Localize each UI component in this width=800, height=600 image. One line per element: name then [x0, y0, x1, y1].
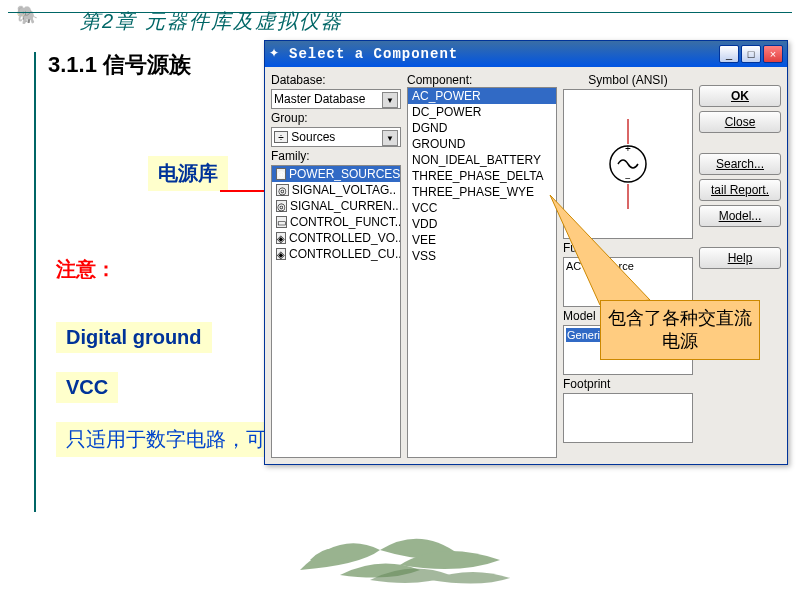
ctrl-v-icon: ◈ — [276, 232, 286, 244]
signal-c-icon: ◎ — [276, 200, 287, 212]
digital-ground-label: Digital ground — [56, 322, 212, 353]
symbol-label: Symbol (ANSI) — [563, 73, 693, 87]
signal-v-icon: ◎ — [276, 184, 289, 196]
list-item: THREE_PHASE_DELTA — [408, 168, 556, 184]
detail-button[interactable]: tail Report. — [699, 179, 781, 201]
svg-text:+: + — [625, 143, 631, 154]
list-item: NON_IDEAL_BATTERY — [408, 152, 556, 168]
component-label: Component: — [407, 73, 557, 87]
callout-box: 包含了各种交直流电源 — [600, 300, 760, 360]
minimize-button[interactable]: _ — [719, 45, 739, 63]
power-lib-label: 电源库 — [148, 156, 228, 191]
dialog-title: Select a Component — [289, 46, 719, 62]
model-button[interactable]: Model... — [699, 205, 781, 227]
header-divider — [8, 12, 792, 13]
database-dropdown[interactable]: Master Database — [271, 89, 401, 109]
list-item: AC_POWER — [408, 88, 556, 104]
component-dialog: ✦ Select a Component _ □ × Database: Mas… — [264, 40, 788, 465]
list-item: VSS — [408, 248, 556, 264]
app-icon: ✦ — [269, 46, 285, 62]
ctrl-c-icon: ◈ — [276, 248, 286, 260]
sources-icon: ÷ — [274, 131, 288, 143]
list-item: ⊕POWER_SOURCES — [272, 166, 400, 182]
list-item: ◎SIGNAL_VOLTAG.. — [272, 182, 400, 198]
ac-source-symbol: + − — [603, 114, 653, 214]
power-icon: ⊕ — [276, 168, 286, 180]
section-title: 3.1.1 信号源族 — [48, 50, 191, 80]
list-item: VDD — [408, 216, 556, 232]
bamboo-decoration — [280, 510, 520, 590]
list-item: ◈CONTROLLED_VO.. — [272, 230, 400, 246]
list-item: GROUND — [408, 136, 556, 152]
group-label: Group: — [271, 111, 401, 125]
symbol-preview: + − — [563, 89, 693, 239]
list-item: DGND — [408, 120, 556, 136]
titlebar[interactable]: ✦ Select a Component _ □ × — [265, 41, 787, 67]
list-item: ◎SIGNAL_CURREN.. — [272, 198, 400, 214]
ok-button[interactable]: OK — [699, 85, 781, 107]
close-button[interactable]: × — [763, 45, 783, 63]
list-item: VEE — [408, 232, 556, 248]
left-divider — [34, 52, 36, 512]
note-label: 注意： — [56, 256, 116, 283]
maximize-button[interactable]: □ — [741, 45, 761, 63]
family-label: Family: — [271, 149, 401, 163]
list-item: ▭CONTROL_FUNCT.. — [272, 214, 400, 230]
family-listbox[interactable]: ⊕POWER_SOURCES ◎SIGNAL_VOLTAG.. ◎SIGNAL_… — [271, 165, 401, 458]
list-item: DC_POWER — [408, 104, 556, 120]
footprint-label: Footprint — [563, 377, 693, 391]
group-dropdown[interactable]: ÷ Sources — [271, 127, 401, 147]
control-icon: ▭ — [276, 216, 287, 228]
list-item: ◈CONTROLLED_CU.. — [272, 246, 400, 262]
footprint-box — [563, 393, 693, 443]
list-item: VCC — [408, 200, 556, 216]
svg-text:−: − — [625, 173, 631, 184]
component-listbox[interactable]: AC_POWER DC_POWER DGND GROUND NON_IDEAL_… — [407, 87, 557, 458]
function-label: Functi — [563, 241, 693, 255]
chapter-icon: 🐘 — [16, 4, 38, 26]
close-dialog-button[interactable]: Close — [699, 111, 781, 133]
database-label: Database: — [271, 73, 401, 87]
vcc-label: VCC — [56, 372, 118, 403]
list-item: THREE_PHASE_WYE — [408, 184, 556, 200]
search-button[interactable]: Search... — [699, 153, 781, 175]
help-button[interactable]: Help — [699, 247, 781, 269]
